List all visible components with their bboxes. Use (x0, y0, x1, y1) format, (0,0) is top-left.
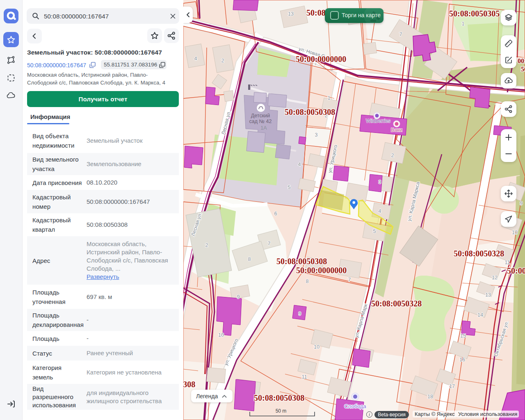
svg-text:50 m: 50 m (276, 408, 287, 414)
svg-text:11: 11 (505, 260, 510, 265)
svg-text:50:00:00: 50:00:00 (507, 266, 525, 275)
svg-text:4: 4 (379, 208, 381, 214)
svg-text:50:08:0050308: 50:08:0050308 (285, 107, 335, 116)
svg-text:50:08:0050308: 50:08:0050308 (254, 393, 304, 402)
svg-text:2: 2 (221, 58, 224, 64)
svg-text:8: 8 (306, 278, 309, 284)
svg-text:Wildberries: Wildberries (366, 118, 390, 124)
svg-text:4: 4 (194, 56, 197, 62)
svg-text:15: 15 (460, 333, 466, 339)
svg-text:50:0: 50:0 (521, 66, 525, 73)
svg-text:7: 7 (348, 277, 351, 283)
svg-text:50:00:0000000: 50:00:0000000 (296, 55, 346, 64)
svg-text:17: 17 (449, 383, 455, 389)
svg-text:10: 10 (314, 344, 320, 350)
svg-text:3: 3 (379, 179, 381, 185)
svg-text:сад № 42: сад № 42 (249, 119, 272, 124)
svg-text:50:08:0050308: 50:08:0050308 (183, 380, 195, 389)
svg-text:9: 9 (520, 201, 523, 206)
svg-text:1: 1 (462, 21, 465, 27)
svg-text:Детский: Детский (251, 113, 270, 119)
svg-text:5: 5 (288, 185, 291, 190)
svg-text:9: 9 (299, 311, 301, 317)
svg-text:13: 13 (288, 11, 294, 17)
svg-text:2: 2 (205, 242, 208, 248)
svg-text:50:08:0050305: 50:08:0050305 (449, 9, 500, 18)
svg-text:7: 7 (399, 32, 402, 37)
svg-text:2: 2 (391, 153, 394, 158)
svg-text:14: 14 (477, 312, 483, 318)
svg-text:00:00: 00:00 (518, 57, 525, 64)
svg-text:5: 5 (373, 228, 376, 234)
svg-text:10: 10 (512, 230, 518, 235)
svg-text:13: 13 (485, 292, 491, 298)
svg-text:3: 3 (315, 132, 318, 138)
svg-text:18: 18 (427, 394, 433, 399)
svg-text:50:08:0050328: 50:08:0050328 (454, 249, 504, 258)
svg-text:8: 8 (248, 256, 251, 262)
svg-text:10: 10 (218, 332, 224, 338)
svg-text:4: 4 (298, 162, 301, 167)
svg-text:6: 6 (274, 211, 277, 217)
svg-text:1А: 1А (260, 125, 267, 131)
svg-text:16: 16 (459, 357, 465, 363)
svg-text:7: 7 (268, 241, 271, 247)
svg-text:50:08:0050328: 50:08:0050328 (371, 299, 422, 308)
svg-text:50:08:0050308: 50:08:0050308 (276, 257, 327, 266)
svg-text:9: 9 (237, 294, 240, 300)
svg-text:11: 11 (302, 374, 307, 380)
svg-text:Бани: Бани (391, 127, 402, 133)
svg-text:12: 12 (492, 275, 498, 281)
svg-text:Слобода: Слобода (344, 403, 366, 409)
svg-text:50:00:0000000: 50:00:0000000 (296, 266, 347, 275)
svg-text:1: 1 (328, 95, 331, 101)
